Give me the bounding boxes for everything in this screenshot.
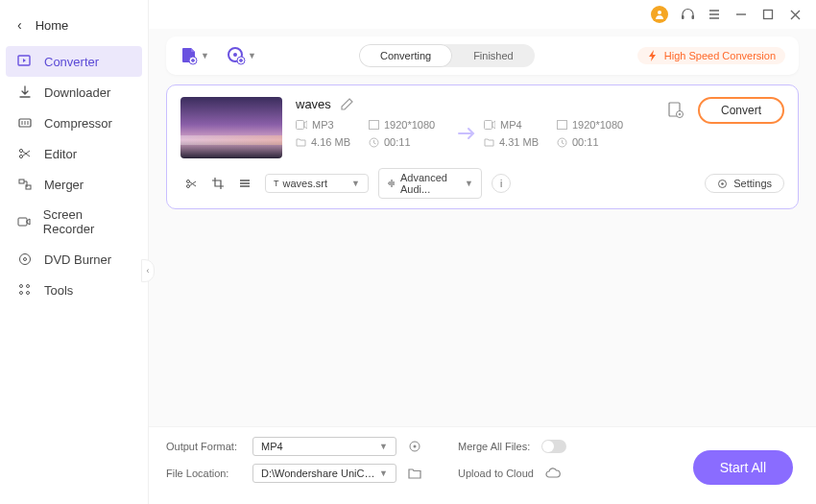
sidebar-item-merger[interactable]: Merger [0, 169, 148, 200]
compressor-icon [17, 115, 33, 131]
output-format-select[interactable]: MP4▼ [252, 437, 396, 456]
subtitle-value: waves.srt [283, 178, 327, 189]
svg-rect-23 [370, 121, 379, 130]
settings-button[interactable]: Settings [705, 174, 784, 193]
sidebar-item-label: DVD Burner [44, 252, 111, 267]
svg-point-30 [679, 113, 681, 115]
merger-icon [17, 177, 33, 192]
trim-icon[interactable] [184, 178, 198, 190]
svg-rect-7 [18, 218, 27, 226]
svg-marker-1 [23, 59, 26, 62]
tab-converting[interactable]: Converting [359, 44, 452, 67]
resolution-icon [369, 120, 379, 130]
src-duration: 00:11 [384, 136, 411, 148]
merge-toggle[interactable] [541, 440, 566, 453]
folder-icon [484, 137, 494, 147]
chevron-down-icon: ▼ [379, 468, 388, 478]
bolt-icon [647, 50, 659, 61]
svg-rect-25 [485, 121, 492, 130]
menu-icon[interactable] [707, 7, 722, 22]
file-location-label: File Location: [166, 468, 241, 479]
audio-dropdown[interactable]: Advanced Audi... ▼ [378, 168, 482, 199]
src-size: 4.16 MB [311, 136, 350, 148]
dst-duration: 00:11 [572, 136, 599, 148]
download-icon [17, 84, 33, 100]
sidebar-item-converter[interactable]: Converter [6, 46, 142, 77]
home-nav[interactable]: ‹ Home [0, 10, 148, 46]
high-speed-label: High Speed Conversion [664, 50, 776, 61]
sidebar-item-label: Downloader [44, 85, 110, 100]
svg-rect-17 [764, 11, 773, 19]
sidebar-item-label: Compressor [44, 116, 112, 131]
sidebar-item-screen-recorder[interactable]: Screen Recorder [0, 200, 148, 244]
sidebar-item-dvd-burner[interactable]: DVD Burner [0, 244, 148, 275]
open-folder-icon[interactable] [408, 468, 421, 479]
status-tabs: Converting Finished [359, 44, 535, 67]
maximize-icon[interactable] [760, 7, 776, 22]
video-icon [484, 120, 495, 130]
resolution-icon [557, 120, 567, 130]
add-file-button[interactable]: ▼ [180, 46, 209, 65]
subtitle-dropdown[interactable]: Twaves.srt ▼ [265, 174, 369, 193]
info-button[interactable]: i [492, 174, 511, 193]
home-label: Home [36, 18, 69, 33]
audio-icon [387, 179, 396, 188]
crop-icon[interactable] [211, 178, 225, 190]
recorder-icon [17, 214, 32, 229]
file-card: waves MP3 4.16 MB 1920*1080 00:11 [166, 84, 799, 209]
minimize-icon[interactable] [733, 7, 749, 22]
sidebar-item-tools[interactable]: Tools [0, 275, 148, 305]
sidebar-item-label: Tools [44, 283, 73, 298]
svg-rect-26 [558, 121, 567, 130]
svg-point-8 [20, 254, 31, 265]
avatar-icon[interactable] [651, 6, 668, 23]
converter-icon [17, 54, 33, 69]
chevron-down-icon: ▼ [201, 51, 209, 60]
svg-point-9 [24, 258, 27, 261]
sidebar-item-label: Merger [44, 178, 84, 192]
cloud-icon[interactable] [545, 468, 561, 479]
video-thumbnail[interactable] [180, 97, 282, 158]
svg-rect-16 [691, 15, 694, 19]
svg-rect-15 [682, 15, 684, 19]
svg-point-13 [27, 292, 30, 295]
src-res: 1920*1080 [384, 119, 435, 131]
add-dvd-button[interactable]: ▼ [227, 46, 256, 65]
high-speed-conversion-button[interactable]: High Speed Conversion [637, 47, 785, 64]
merge-label: Merge All Files: [458, 441, 530, 452]
output-settings-icon[interactable] [667, 102, 684, 119]
close-icon[interactable] [787, 7, 803, 22]
svg-rect-5 [19, 180, 24, 183]
video-icon [296, 120, 307, 130]
svg-point-12 [20, 292, 23, 295]
tab-finished[interactable]: Finished [452, 44, 535, 67]
sidebar-item-compressor[interactable]: Compressor [0, 108, 148, 138]
sidebar-item-downloader[interactable]: Downloader [0, 77, 148, 108]
svg-point-10 [20, 285, 23, 288]
dst-size: 4.31 MB [499, 136, 539, 148]
format-settings-icon[interactable] [408, 440, 421, 453]
convert-button[interactable]: Convert [698, 97, 784, 124]
clock-icon [369, 137, 379, 148]
sidebar-item-editor[interactable]: Editor [0, 138, 148, 169]
svg-point-4 [19, 155, 22, 157]
headset-icon[interactable] [680, 7, 695, 22]
edit-title-icon[interactable] [341, 98, 353, 110]
sidebar-item-label: Converter [44, 55, 99, 69]
file-location-select[interactable]: D:\Wondershare UniConverter 1▼ [252, 464, 396, 483]
disc-icon [17, 252, 33, 267]
svg-point-11 [27, 285, 30, 288]
chevron-down-icon: ▼ [248, 51, 256, 60]
svg-point-31 [186, 180, 189, 182]
sidebar-item-label: Screen Recorder [43, 207, 131, 236]
chevron-down-icon: ▼ [379, 442, 388, 451]
folder-icon [296, 137, 306, 147]
svg-point-3 [19, 149, 22, 152]
clock-icon [557, 137, 567, 148]
effect-icon[interactable] [238, 178, 252, 190]
start-all-button[interactable]: Start All [693, 450, 793, 485]
output-format-label: Output Format: [166, 441, 241, 452]
upload-cloud-label: Upload to Cloud [458, 468, 534, 479]
dst-res: 1920*1080 [572, 119, 623, 131]
scissors-icon [17, 146, 33, 161]
